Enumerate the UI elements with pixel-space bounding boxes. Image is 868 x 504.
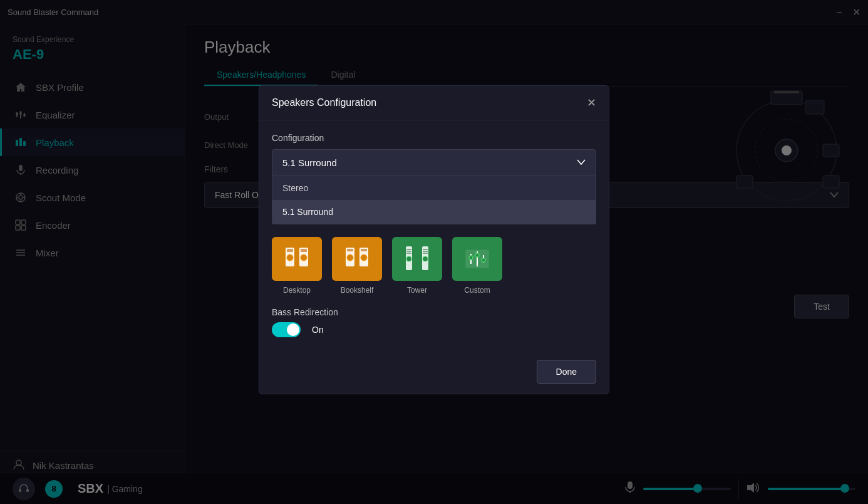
speaker-type-desktop[interactable]: Desktop bbox=[272, 237, 322, 295]
svg-point-51 bbox=[347, 255, 353, 261]
svg-point-71 bbox=[482, 258, 485, 262]
tower-speaker-icon bbox=[392, 237, 442, 281]
svg-point-45 bbox=[287, 255, 293, 261]
svg-point-52 bbox=[361, 255, 367, 261]
config-chevron-icon bbox=[577, 159, 586, 165]
speaker-type-tower[interactable]: Tower bbox=[392, 237, 442, 295]
modal-footer: Done bbox=[259, 350, 609, 394]
bass-redirect-row: Bass Redirection bbox=[272, 307, 596, 317]
config-dropdown[interactable]: 5.1 Surround bbox=[272, 149, 596, 176]
svg-point-58 bbox=[423, 256, 428, 261]
bass-redirect-label: Bass Redirection bbox=[272, 307, 338, 317]
modal-overlay: Speakers Configuration ✕ Configuration 5… bbox=[0, 0, 868, 504]
svg-rect-53 bbox=[347, 249, 353, 251]
custom-speaker-icon bbox=[452, 237, 502, 281]
svg-point-69 bbox=[469, 256, 473, 260]
modal-close-button[interactable]: ✕ bbox=[587, 96, 596, 110]
speaker-types: Desktop Bookshelf bbox=[272, 237, 596, 295]
modal-header: Speakers Configuration ✕ bbox=[259, 86, 609, 120]
svg-point-70 bbox=[475, 253, 479, 257]
bookshelf-speaker-icon bbox=[332, 237, 382, 281]
config-dropdown-wrapper: 5.1 Surround Stereo 5.1 Surround bbox=[272, 149, 596, 224]
tower-speaker-label: Tower bbox=[407, 286, 427, 295]
config-label: Configuration bbox=[272, 133, 596, 143]
svg-point-57 bbox=[406, 256, 411, 261]
config-selected-value: 5.1 Surround bbox=[282, 157, 337, 168]
speakers-config-modal: Speakers Configuration ✕ Configuration 5… bbox=[259, 85, 609, 394]
svg-rect-48 bbox=[301, 249, 307, 252]
desktop-speaker-label: Desktop bbox=[283, 286, 311, 295]
desktop-speaker-icon bbox=[272, 237, 322, 281]
custom-speaker-label: Custom bbox=[464, 286, 490, 295]
bass-redirect-toggle[interactable] bbox=[272, 322, 301, 337]
bass-redirect-state: On bbox=[312, 322, 324, 337]
dropdown-item-stereo[interactable]: Stereo bbox=[272, 176, 596, 200]
done-button[interactable]: Done bbox=[537, 360, 596, 384]
speaker-type-custom[interactable]: Custom bbox=[452, 237, 502, 295]
dropdown-item-51[interactable]: 5.1 Surround bbox=[272, 200, 596, 224]
speaker-type-bookshelf[interactable]: Bookshelf bbox=[332, 237, 382, 295]
config-dropdown-menu: Stereo 5.1 Surround bbox=[272, 176, 596, 224]
modal-title: Speakers Configuration bbox=[272, 97, 376, 108]
svg-point-46 bbox=[301, 255, 307, 261]
svg-rect-47 bbox=[287, 249, 293, 252]
svg-rect-54 bbox=[361, 249, 367, 251]
modal-body: Configuration 5.1 Surround Stereo 5.1 Su… bbox=[259, 120, 609, 350]
bookshelf-speaker-label: Bookshelf bbox=[341, 286, 374, 295]
